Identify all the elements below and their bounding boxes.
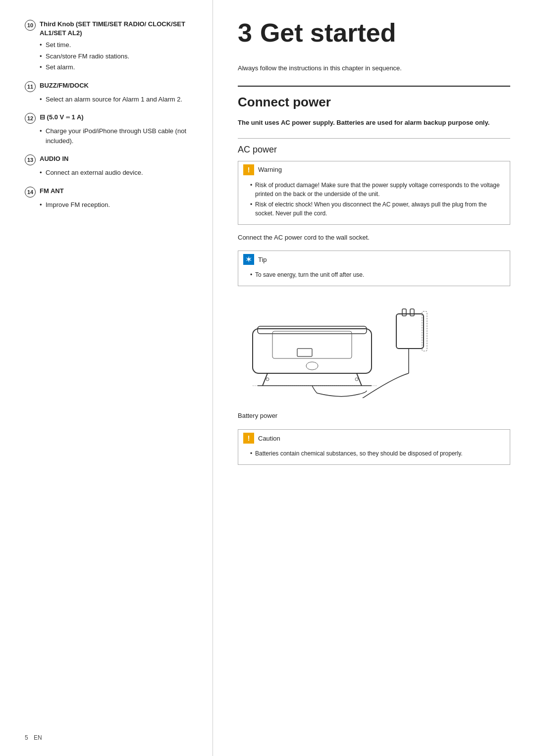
caution-bullet-1: Batteries contain chemical substances, s… (250, 449, 505, 458)
section-10-bullets: Set time. Scan/store FM radio stations. … (25, 40, 198, 72)
svg-line-5 (263, 373, 268, 386)
tip-bullets: To save energy, turn the unit off after … (243, 270, 505, 279)
circle-num-10: 10 (25, 20, 36, 31)
section-10-title: Third Knob (SET TIME/SET RADIO/ CLOCK/SE… (40, 20, 198, 38)
subsection-divider-1 (238, 138, 510, 139)
section-12-header: 12 ⊟ (5.0 V ⎓ 1 A) (25, 113, 198, 124)
section-12-title: ⊟ (5.0 V ⎓ 1 A) (40, 113, 84, 122)
page-number: 5 (25, 734, 28, 741)
warning-label: Warning (258, 166, 282, 173)
caution-box: ! Caution Batteries contain chemical sub… (238, 429, 510, 465)
tip-icon: ✶ (243, 254, 254, 265)
section-12: 12 ⊟ (5.0 V ⎓ 1 A) Charge your iPod/iPho… (25, 113, 198, 146)
bullet-item: Connect an external audio device. (40, 168, 198, 178)
circle-num-11: 11 (25, 81, 36, 92)
warning-content: Risk of product damage! Make sure that t… (238, 178, 510, 224)
section-11-header: 11 BUZZ/FM/DOCK (25, 81, 198, 92)
circle-num-13: 13 (25, 154, 36, 165)
section-14: 14 FM ANT Improve FM reception. (25, 187, 198, 210)
tip-content: To save energy, turn the unit off after … (238, 268, 510, 286)
bullet-item: Select an alarm source for Alarm 1 and A… (40, 95, 198, 104)
caution-header: ! Caution (238, 430, 510, 447)
section-13-header: 13 AUDIO IN (25, 154, 198, 165)
power-intro-bold: The unit uses AC power supply. Batteries… (238, 118, 510, 128)
svg-point-8 (266, 378, 269, 381)
section-divider-1 (238, 86, 510, 87)
battery-power-label: Battery power (238, 411, 510, 421)
device-body (253, 326, 376, 397)
warning-exclamation: ! (248, 166, 250, 174)
page-footer: 5 EN (25, 734, 42, 741)
bullet-item: Scan/store FM radio stations. (40, 51, 198, 61)
bullet-item: Improve FM reception. (40, 200, 198, 210)
warning-bullet-1: Risk of product damage! Make sure that t… (250, 181, 505, 199)
section-11-title: BUZZ/FM/DOCK (40, 81, 89, 90)
caution-bullets: Batteries contain chemical substances, s… (243, 449, 505, 458)
section-12-bullets: Charge your iPod/iPhone through USB cabl… (25, 126, 198, 146)
svg-point-9 (355, 378, 358, 381)
svg-rect-13 (410, 309, 414, 316)
warning-bullet-2: Risk of electric shock! When you disconn… (250, 200, 505, 218)
svg-rect-1 (258, 326, 367, 334)
bullet-item: Charge your iPod/iPhone through USB cabl… (40, 126, 198, 146)
section-10-header: 10 Third Knob (SET TIME/SET RADIO/ CLOCK… (25, 20, 198, 38)
tip-box: ✶ Tip To save energy, turn the unit off … (238, 251, 510, 286)
svg-rect-12 (402, 309, 406, 316)
device-svg (238, 299, 456, 398)
warning-icon: ! (243, 164, 254, 175)
svg-rect-3 (297, 349, 312, 356)
after-warning-text: Connect the AC power cord to the wall so… (238, 233, 510, 243)
caution-label: Caution (258, 435, 280, 442)
section-10: 10 Third Knob (SET TIME/SET RADIO/ CLOCK… (25, 20, 198, 72)
svg-point-4 (306, 362, 318, 370)
section-13: 13 AUDIO IN Connect an external audio de… (25, 154, 198, 178)
warning-bullets: Risk of product damage! Make sure that t… (243, 181, 505, 218)
device-illustration (238, 294, 510, 403)
caution-exclamation: ! (248, 434, 250, 442)
circle-num-12: 12 (25, 113, 36, 124)
section-13-bullets: Connect an external audio device. (25, 168, 198, 178)
caution-icon: ! (243, 433, 254, 444)
tip-header: ✶ Tip (238, 251, 510, 268)
tip-star-icon: ✶ (246, 255, 252, 263)
chapter-number: 3 (238, 20, 252, 46)
power-adapter (352, 309, 427, 398)
section-14-header: 14 FM ANT (25, 187, 198, 198)
section-11: 11 BUZZ/FM/DOCK Select an alarm source f… (25, 81, 198, 104)
svg-line-6 (357, 373, 362, 386)
circle-num-14: 14 (25, 187, 36, 198)
tip-label: Tip (258, 256, 267, 263)
page-lang: EN (34, 734, 42, 741)
svg-rect-15 (422, 311, 427, 351)
bullet-item: Set time. (40, 40, 198, 50)
svg-rect-11 (396, 314, 424, 349)
right-column: 3 Get started Always follow the instruct… (213, 0, 535, 756)
warning-header: ! Warning (238, 161, 510, 178)
section-14-bullets: Improve FM reception. (25, 200, 198, 210)
bullet-item: Set alarm. (40, 62, 198, 72)
chapter-title: Get started (260, 20, 396, 46)
section-13-title: AUDIO IN (40, 154, 69, 163)
connect-power-heading: Connect power (238, 95, 510, 110)
tip-bullet-1: To save energy, turn the unit off after … (250, 270, 505, 279)
caution-content: Batteries contain chemical substances, s… (238, 447, 510, 464)
section-11-bullets: Select an alarm source for Alarm 1 and A… (25, 95, 198, 104)
section-14-title: FM ANT (40, 187, 64, 196)
chapter-intro: Always follow the instructions in this c… (238, 63, 510, 74)
warning-box: ! Warning Risk of product damage! Make s… (238, 161, 510, 225)
chapter-header: 3 Get started (238, 20, 510, 55)
ac-power-heading: AC power (238, 145, 510, 155)
left-column: 10 Third Knob (SET TIME/SET RADIO/ CLOCK… (0, 0, 213, 756)
